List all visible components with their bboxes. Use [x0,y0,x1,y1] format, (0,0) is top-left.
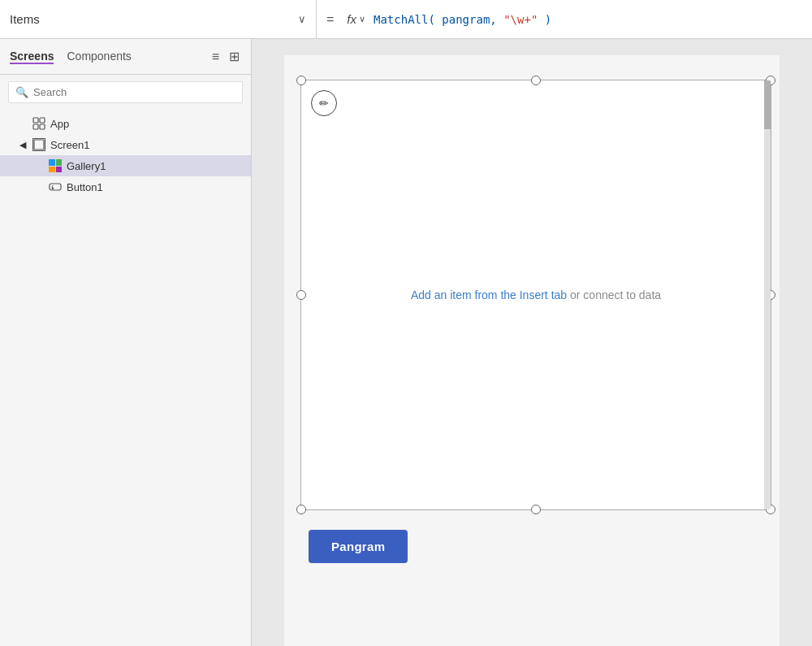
tree-item-button1[interactable]: Button1 [0,176,251,197]
search-icon: 🔍 [15,86,28,98]
svg-rect-3 [40,124,45,129]
gallery-edit-button[interactable]: ✏ [311,90,337,116]
tree-area: App ◀ Screen1 Gallery1 [0,110,251,646]
gallery-insert-text: Add an item from the Insert tab [411,288,567,301]
property-chevron-icon[interactable]: ∨ [298,13,306,25]
main-area: Screens Components ≡ ⊞ 🔍 App ◀ [0,39,812,646]
tree-label-gallery1: Gallery1 [67,160,106,172]
list-view-icon[interactable]: ≡ [210,48,221,66]
tree-toggle-screen1[interactable]: ◀ [19,140,28,150]
search-input[interactable] [33,86,235,98]
tree-item-screen1[interactable]: ◀ Screen1 [0,134,251,155]
tab-components[interactable]: Components [67,50,131,64]
formula-text[interactable]: MatchAll( pangram, "\w+" ) [374,13,551,26]
svg-rect-2 [33,124,38,129]
gallery-icon [49,159,62,172]
button-tree-icon [49,180,62,193]
tree-item-app[interactable]: App [0,113,251,134]
equals-sign: = [317,12,343,27]
fx-label: fx [347,12,356,26]
tree-label-screen1: Screen1 [50,139,89,151]
svg-rect-1 [40,118,45,123]
pangram-button[interactable]: Pangram [309,530,408,563]
formula-string: "\w+" [503,13,538,26]
search-box[interactable]: 🔍 [8,81,243,103]
fx-chevron-icon: ∨ [359,14,365,24]
svg-point-7 [52,188,54,189]
handle-bottom-left[interactable] [296,505,306,514]
formula-bar[interactable]: fx ∨ MatchAll( pangram, "\w+" ) [343,0,812,38]
property-selector[interactable]: Items ∨ [0,0,317,38]
gallery-widget[interactable]: ✏ Add an item from the Insert tab or con… [300,80,771,510]
gallery-scrollbar[interactable] [764,80,771,509]
tab-screens[interactable]: Screens [10,50,54,64]
sidebar-tab-icons: ≡ ⊞ [210,47,241,66]
handle-mid-left[interactable] [296,290,306,300]
top-bar: Items ∨ = fx ∨ MatchAll( pangram, "\w+" … [0,0,812,39]
gallery-connect-text: connect to data [583,288,661,301]
handle-bottom-center[interactable] [531,505,541,514]
canvas-frame: ✏ Add an item from the Insert tab or con… [284,55,780,646]
gallery-placeholder: Add an item from the Insert tab or conne… [301,80,771,509]
sidebar-tabs: Screens Components ≡ ⊞ [0,39,251,75]
canvas-area: ✏ Add an item from the Insert tab or con… [252,39,812,646]
fx-button[interactable]: fx ∨ [343,12,369,26]
svg-rect-4 [34,140,44,150]
svg-rect-5 [50,184,61,190]
tree-item-gallery1[interactable]: Gallery1 [0,155,251,176]
svg-rect-0 [33,118,38,123]
screen-icon [32,138,45,151]
app-icon [32,117,45,130]
tree-label-button1: Button1 [67,181,103,193]
property-name: Items [10,12,292,26]
gallery-or-text: or [567,288,583,301]
sidebar: Screens Components ≡ ⊞ 🔍 App ◀ [0,39,252,646]
handle-top-left[interactable] [296,76,306,85]
gallery-scrollbar-thumb[interactable] [764,80,771,129]
grid-view-icon[interactable]: ⊞ [227,47,241,66]
handle-top-center[interactable] [531,76,541,85]
tree-label-app: App [50,118,69,130]
